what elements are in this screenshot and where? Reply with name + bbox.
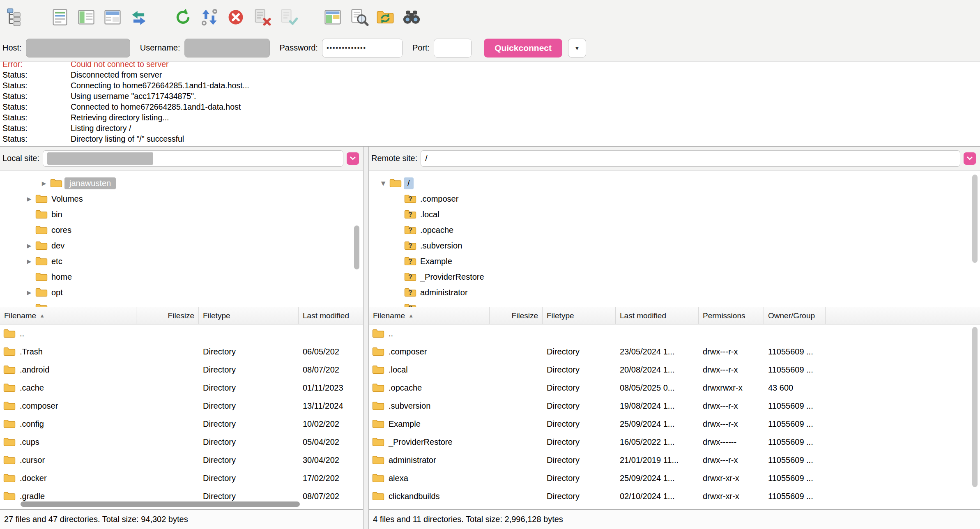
column-header-last-modified[interactable]: Last modified <box>299 307 363 324</box>
local-horizontal-scrollbar[interactable] <box>21 501 300 507</box>
column-header-filetype[interactable]: Filetype <box>199 307 299 324</box>
password-input[interactable]: ••••••••••••• <box>322 39 403 58</box>
username-input[interactable] <box>184 39 270 58</box>
column-header-owner-group[interactable]: Owner/Group <box>764 307 826 324</box>
chevron-right-icon[interactable]: ▸ <box>23 194 35 204</box>
tree-item-cores[interactable]: cores <box>0 222 363 238</box>
host-input[interactable] <box>26 39 130 58</box>
file-row-administrator[interactable]: administratorDirectory21/01/2019 11...dr… <box>369 451 980 469</box>
disconnect-button[interactable] <box>249 4 275 30</box>
process-queue-button[interactable] <box>196 4 223 30</box>
cell-name: _ProviderRestore <box>369 433 490 451</box>
cell-size <box>136 343 199 361</box>
tree-item-home[interactable]: home <box>0 269 363 285</box>
chevron-right-icon[interactable]: ▸ <box>23 241 35 251</box>
column-header-label: Filesize <box>512 311 538 320</box>
log-line-message: Disconnected from server <box>71 69 162 80</box>
file-search-button[interactable] <box>346 4 372 30</box>
file-row-trash[interactable]: .TrashDirectory06/05/202 <box>0 343 363 361</box>
remote-site-input[interactable]: / <box>421 150 960 167</box>
tree-item-blank[interactable]: ? <box>369 300 980 307</box>
password-label: Password: <box>280 43 318 53</box>
remote-site-dropdown[interactable] <box>964 152 976 165</box>
file-row-composer[interactable]: .composerDirectory23/05/2024 1...drwx---… <box>369 343 980 361</box>
file-row-config[interactable]: .configDirectory10/02/202 <box>0 415 363 433</box>
chevron-down-icon[interactable]: ▾ <box>377 178 389 188</box>
toggle-transfer-queue-button[interactable] <box>126 4 152 30</box>
file-row-docker[interactable]: .dockerDirectory17/02/202 <box>0 469 363 487</box>
file-row-android[interactable]: .androidDirectory08/07/202 <box>0 361 363 379</box>
tree-item-composer[interactable]: ?.composer <box>369 191 980 207</box>
file-row-alexa[interactable]: alexaDirectory25/09/2024 1...drwxr-xr-x1… <box>369 469 980 487</box>
column-header-permissions[interactable]: Permissions <box>699 307 764 324</box>
tree-item-etc[interactable]: ▸etc <box>0 253 363 269</box>
chevron-right-icon[interactable]: ▸ <box>23 256 35 266</box>
remote-status-text: 4 files and 11 directories. Total size: … <box>373 515 563 524</box>
quickconnect-button[interactable]: Quickconnect <box>484 39 562 58</box>
file-row-cache[interactable]: .cacheDirectory01/11/2023 <box>0 379 363 397</box>
column-header-last-modified[interactable]: Last modified <box>616 307 699 324</box>
file-row-blank[interactable]: Directory11055609 <box>369 505 980 509</box>
column-header-filesize[interactable]: Filesize <box>136 307 199 324</box>
remote-tree-scrollbar[interactable] <box>972 175 978 263</box>
tree-item-opcache[interactable]: ?.opcache <box>369 222 980 238</box>
file-row-clickandbuilds[interactable]: clickandbuildsDirectory02/10/2024 1...dr… <box>369 487 980 505</box>
log-line-type: Status: <box>2 112 71 123</box>
column-header-filename[interactable]: Filename▲ <box>369 307 490 324</box>
column-header-filetype[interactable]: Filetype <box>543 307 616 324</box>
tree-item-volumes[interactable]: ▸Volumes <box>0 191 363 207</box>
tree-item-label: etc <box>51 257 62 266</box>
local-site-input[interactable] <box>43 150 343 167</box>
file-row-blank[interactable]: .. <box>0 324 363 343</box>
toggle-remote-tree-button[interactable] <box>99 4 126 30</box>
column-header-filesize[interactable]: Filesize <box>490 307 543 324</box>
site-manager-button[interactable] <box>2 4 29 30</box>
refresh-button[interactable] <box>170 4 196 30</box>
tree-item-providerrestore[interactable]: ?_ProviderRestore <box>369 269 980 285</box>
directory-comparison-button[interactable] <box>320 4 346 30</box>
folder-icon <box>35 241 48 251</box>
file-row-blank[interactable]: .. <box>369 324 980 343</box>
cancel-button[interactable] <box>223 4 249 30</box>
tree-item-local[interactable]: ?.local <box>369 207 980 222</box>
tree-item-dev[interactable]: ▸dev <box>0 238 363 253</box>
tree-item-label: janawusten <box>64 177 116 189</box>
tree-item-subversion[interactable]: ?.subversion <box>369 238 980 253</box>
find-files-button[interactable] <box>398 4 425 30</box>
reconnect-button[interactable] <box>275 4 301 30</box>
cell-size <box>136 379 199 397</box>
tree-item-label: / <box>404 177 414 189</box>
pane-splitter[interactable] <box>363 147 369 529</box>
file-row-opcache[interactable]: .opcacheDirectory08/05/2025 0...drwxrwxr… <box>369 379 980 397</box>
chevron-right-icon[interactable]: ▸ <box>38 178 50 188</box>
quickconnect-dropdown[interactable]: ▼ <box>568 39 586 58</box>
synchronized-browsing-button[interactable] <box>372 4 398 30</box>
folder-icon <box>3 437 16 447</box>
log-line: Status:Listing directory / <box>2 123 980 133</box>
cell-perms <box>699 505 764 509</box>
file-row-local[interactable]: .localDirectory20/08/2024 1...drwx---r-x… <box>369 361 980 379</box>
local-site-dropdown[interactable] <box>347 152 359 165</box>
file-row-cursor[interactable]: .cursorDirectory30/04/202 <box>0 451 363 469</box>
local-tree-scrollbar[interactable] <box>354 225 359 269</box>
tree-item-opt[interactable]: ▸opt <box>0 285 363 300</box>
chevron-right-icon[interactable]: ▸ <box>23 288 35 297</box>
tree-item-janawusten[interactable]: ▸janawusten <box>0 175 363 191</box>
file-row-cups[interactable]: .cupsDirectory05/04/202 <box>0 433 363 451</box>
column-header-filename[interactable]: Filename▲ <box>0 307 136 324</box>
remote-list-scrollbar[interactable] <box>972 327 978 487</box>
file-row-subversion[interactable]: .subversionDirectory19/08/2024 1...drwx-… <box>369 397 980 415</box>
tree-item-blank[interactable]: ▾/ <box>369 175 980 191</box>
cell-modified: 25/09/2024 1... <box>616 415 699 433</box>
file-row-example[interactable]: ExampleDirectory25/09/2024 1...drwx---r-… <box>369 415 980 433</box>
toggle-local-tree-button[interactable] <box>73 4 99 30</box>
cell-size <box>136 324 199 343</box>
toggle-message-log-button[interactable] <box>47 4 73 30</box>
tree-item-bin[interactable]: bin <box>0 207 363 222</box>
file-row-composer[interactable]: .composerDirectory13/11/2024 <box>0 397 363 415</box>
port-input[interactable] <box>434 39 472 58</box>
tree-item-example[interactable]: ?Example <box>369 253 980 269</box>
tree-item-administrator[interactable]: ?administrator <box>369 285 980 300</box>
file-row-providerrestore[interactable]: _ProviderRestoreDirectory16/05/2022 1...… <box>369 433 980 451</box>
tree-item-blank[interactable] <box>0 300 363 307</box>
